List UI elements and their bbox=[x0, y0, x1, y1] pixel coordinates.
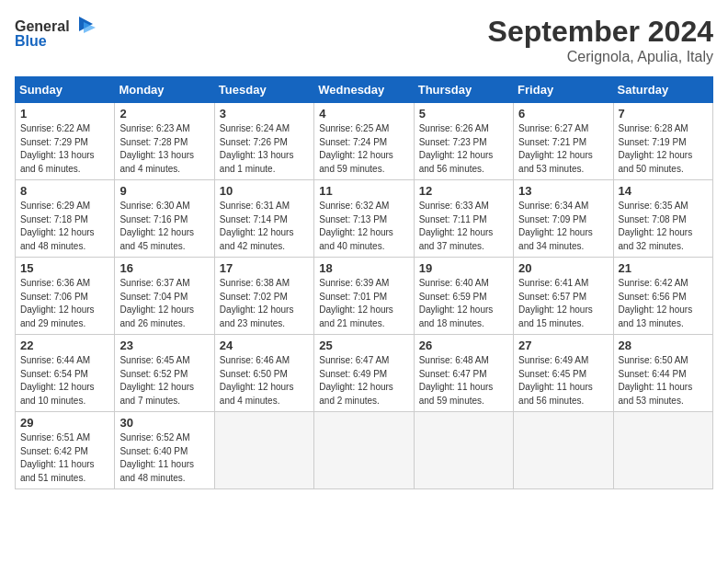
day-info: Sunrise: 6:47 AM Sunset: 6:49 PM Dayligh… bbox=[319, 354, 408, 408]
weekday-header: Wednesday bbox=[314, 77, 414, 103]
day-info: Sunrise: 6:50 AM Sunset: 6:44 PM Dayligh… bbox=[619, 354, 708, 408]
calendar-cell: 24Sunrise: 6:46 AM Sunset: 6:50 PM Dayli… bbox=[214, 335, 313, 412]
day-number: 19 bbox=[419, 261, 508, 275]
day-number: 30 bbox=[119, 416, 209, 430]
calendar-cell: 1Sunrise: 6:22 AM Sunset: 7:29 PM Daylig… bbox=[16, 103, 115, 180]
weekday-header: Tuesday bbox=[214, 77, 313, 103]
calendar-table: SundayMondayTuesdayWednesdayThursdayFrid… bbox=[15, 76, 713, 489]
weekday-header: Thursday bbox=[414, 77, 513, 103]
calendar-cell: 26Sunrise: 6:48 AM Sunset: 6:47 PM Dayli… bbox=[414, 335, 513, 412]
calendar-cell: 20Sunrise: 6:41 AM Sunset: 6:57 PM Dayli… bbox=[514, 258, 613, 335]
calendar-cell bbox=[514, 412, 613, 489]
day-info: Sunrise: 6:22 AM Sunset: 7:29 PM Dayligh… bbox=[20, 122, 109, 176]
calendar-week-row: 15Sunrise: 6:36 AM Sunset: 7:06 PM Dayli… bbox=[16, 258, 713, 335]
calendar-cell: 22Sunrise: 6:44 AM Sunset: 6:54 PM Dayli… bbox=[16, 335, 115, 412]
day-number: 28 bbox=[619, 339, 708, 352]
day-info: Sunrise: 6:40 AM Sunset: 6:59 PM Dayligh… bbox=[419, 277, 508, 330]
day-info: Sunrise: 6:26 AM Sunset: 7:23 PM Dayligh… bbox=[419, 122, 508, 176]
day-number: 2 bbox=[119, 107, 209, 121]
day-info: Sunrise: 6:33 AM Sunset: 7:11 PM Dayligh… bbox=[419, 200, 508, 253]
day-number: 22 bbox=[20, 339, 109, 352]
day-info: Sunrise: 6:36 AM Sunset: 7:06 PM Dayligh… bbox=[20, 277, 109, 330]
day-info: Sunrise: 6:32 AM Sunset: 7:13 PM Dayligh… bbox=[319, 200, 408, 253]
calendar-cell: 2Sunrise: 6:23 AM Sunset: 7:28 PM Daylig… bbox=[115, 103, 214, 180]
day-info: Sunrise: 6:28 AM Sunset: 7:19 PM Dayligh… bbox=[619, 122, 708, 176]
day-number: 23 bbox=[119, 339, 209, 352]
svg-text:Blue: Blue bbox=[15, 33, 47, 49]
calendar-cell: 15Sunrise: 6:36 AM Sunset: 7:06 PM Dayli… bbox=[16, 258, 115, 335]
logo: General Blue bbox=[15, 15, 97, 50]
calendar-cell: 5Sunrise: 6:26 AM Sunset: 7:23 PM Daylig… bbox=[414, 103, 513, 180]
day-number: 13 bbox=[518, 184, 608, 198]
calendar-cell: 23Sunrise: 6:45 AM Sunset: 6:52 PM Dayli… bbox=[115, 335, 214, 412]
day-number: 3 bbox=[220, 107, 309, 121]
day-info: Sunrise: 6:41 AM Sunset: 6:57 PM Dayligh… bbox=[518, 277, 608, 330]
calendar-cell: 29Sunrise: 6:51 AM Sunset: 6:42 PM Dayli… bbox=[16, 412, 115, 489]
day-info: Sunrise: 6:24 AM Sunset: 7:26 PM Dayligh… bbox=[220, 122, 309, 176]
day-info: Sunrise: 6:49 AM Sunset: 6:45 PM Dayligh… bbox=[518, 354, 608, 408]
day-info: Sunrise: 6:35 AM Sunset: 7:08 PM Dayligh… bbox=[619, 200, 708, 253]
day-number: 26 bbox=[419, 339, 508, 352]
calendar-cell: 6Sunrise: 6:27 AM Sunset: 7:21 PM Daylig… bbox=[514, 103, 613, 180]
day-number: 8 bbox=[20, 184, 109, 198]
day-number: 7 bbox=[619, 107, 708, 121]
day-number: 15 bbox=[20, 261, 109, 275]
calendar-cell bbox=[414, 412, 513, 489]
day-number: 9 bbox=[119, 184, 209, 198]
calendar-cell bbox=[314, 412, 414, 489]
calendar-cell: 4Sunrise: 6:25 AM Sunset: 7:24 PM Daylig… bbox=[314, 103, 414, 180]
calendar-week-row: 22Sunrise: 6:44 AM Sunset: 6:54 PM Dayli… bbox=[16, 335, 713, 412]
calendar-cell bbox=[214, 412, 313, 489]
day-info: Sunrise: 6:37 AM Sunset: 7:04 PM Dayligh… bbox=[119, 277, 209, 330]
day-info: Sunrise: 6:48 AM Sunset: 6:47 PM Dayligh… bbox=[419, 354, 508, 408]
day-info: Sunrise: 6:31 AM Sunset: 7:14 PM Dayligh… bbox=[220, 200, 309, 253]
calendar-cell: 17Sunrise: 6:38 AM Sunset: 7:02 PM Dayli… bbox=[214, 258, 313, 335]
calendar-cell: 14Sunrise: 6:35 AM Sunset: 7:08 PM Dayli… bbox=[613, 180, 712, 258]
calendar-cell: 10Sunrise: 6:31 AM Sunset: 7:14 PM Dayli… bbox=[214, 180, 313, 258]
month-year: September 2024 bbox=[488, 15, 713, 49]
calendar-week-row: 8Sunrise: 6:29 AM Sunset: 7:18 PM Daylig… bbox=[16, 180, 713, 258]
calendar-cell: 18Sunrise: 6:39 AM Sunset: 7:01 PM Dayli… bbox=[314, 258, 414, 335]
day-info: Sunrise: 6:25 AM Sunset: 7:24 PM Dayligh… bbox=[319, 122, 408, 176]
day-number: 4 bbox=[319, 107, 408, 121]
day-info: Sunrise: 6:52 AM Sunset: 6:40 PM Dayligh… bbox=[119, 431, 209, 485]
calendar-cell: 3Sunrise: 6:24 AM Sunset: 7:26 PM Daylig… bbox=[214, 103, 313, 180]
location: Cerignola, Apulia, Italy bbox=[488, 49, 713, 65]
day-number: 1 bbox=[20, 107, 109, 121]
day-info: Sunrise: 6:30 AM Sunset: 7:16 PM Dayligh… bbox=[119, 200, 209, 253]
day-number: 20 bbox=[518, 261, 608, 275]
calendar-cell: 9Sunrise: 6:30 AM Sunset: 7:16 PM Daylig… bbox=[115, 180, 214, 258]
day-info: Sunrise: 6:34 AM Sunset: 7:09 PM Dayligh… bbox=[518, 200, 608, 253]
calendar-cell bbox=[613, 412, 712, 489]
day-number: 24 bbox=[220, 339, 309, 352]
day-number: 18 bbox=[319, 261, 408, 275]
calendar-cell: 11Sunrise: 6:32 AM Sunset: 7:13 PM Dayli… bbox=[314, 180, 414, 258]
calendar-cell: 27Sunrise: 6:49 AM Sunset: 6:45 PM Dayli… bbox=[514, 335, 613, 412]
calendar-cell: 7Sunrise: 6:28 AM Sunset: 7:19 PM Daylig… bbox=[613, 103, 712, 180]
day-number: 6 bbox=[518, 107, 608, 121]
day-info: Sunrise: 6:29 AM Sunset: 7:18 PM Dayligh… bbox=[20, 200, 109, 253]
day-info: Sunrise: 6:42 AM Sunset: 6:56 PM Dayligh… bbox=[619, 277, 708, 330]
weekday-header-row: SundayMondayTuesdayWednesdayThursdayFrid… bbox=[16, 77, 713, 103]
page-header: General Blue September 2024 Cerignola, A… bbox=[15, 15, 713, 65]
day-info: Sunrise: 6:44 AM Sunset: 6:54 PM Dayligh… bbox=[20, 354, 109, 408]
day-info: Sunrise: 6:46 AM Sunset: 6:50 PM Dayligh… bbox=[220, 354, 309, 408]
day-number: 16 bbox=[119, 261, 209, 275]
logo-svg: General Blue bbox=[15, 15, 97, 50]
calendar-cell: 30Sunrise: 6:52 AM Sunset: 6:40 PM Dayli… bbox=[115, 412, 214, 489]
weekday-header: Friday bbox=[514, 77, 613, 103]
calendar-cell: 12Sunrise: 6:33 AM Sunset: 7:11 PM Dayli… bbox=[414, 180, 513, 258]
calendar-cell: 8Sunrise: 6:29 AM Sunset: 7:18 PM Daylig… bbox=[16, 180, 115, 258]
day-info: Sunrise: 6:27 AM Sunset: 7:21 PM Dayligh… bbox=[518, 122, 608, 176]
day-number: 11 bbox=[319, 184, 408, 198]
day-info: Sunrise: 6:51 AM Sunset: 6:42 PM Dayligh… bbox=[20, 431, 109, 485]
day-number: 12 bbox=[419, 184, 508, 198]
calendar-cell: 21Sunrise: 6:42 AM Sunset: 6:56 PM Dayli… bbox=[613, 258, 712, 335]
calendar-cell: 13Sunrise: 6:34 AM Sunset: 7:09 PM Dayli… bbox=[514, 180, 613, 258]
day-number: 29 bbox=[20, 416, 109, 430]
day-number: 17 bbox=[220, 261, 309, 275]
weekday-header: Sunday bbox=[16, 77, 115, 103]
weekday-header: Saturday bbox=[613, 77, 712, 103]
day-info: Sunrise: 6:23 AM Sunset: 7:28 PM Dayligh… bbox=[119, 122, 209, 176]
calendar-cell: 25Sunrise: 6:47 AM Sunset: 6:49 PM Dayli… bbox=[314, 335, 414, 412]
